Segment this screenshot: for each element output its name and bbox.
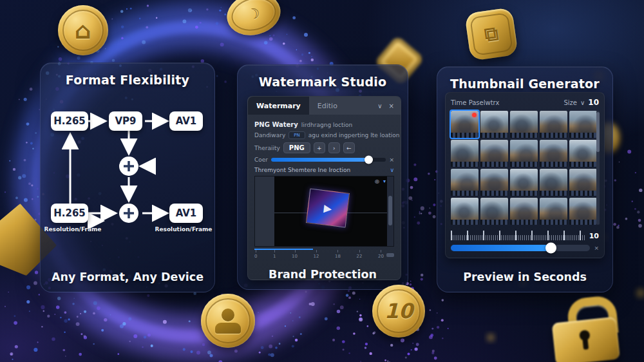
thumbnail-image	[480, 169, 508, 191]
thumbnail-cell[interactable]	[569, 169, 597, 196]
tab-edit[interactable]: Editio	[309, 97, 346, 115]
thumbnail-generator-panel: Thumbnail Generator Time Paselwtrx Size …	[437, 66, 613, 292]
grid-scrollbar-thumb[interactable]	[596, 112, 600, 152]
timeline-scrollbar-thumb[interactable]	[386, 253, 394, 257]
recording-dot-icon	[472, 113, 477, 117]
filmstrip-perforations	[451, 162, 478, 167]
thumbnail-cell[interactable]	[510, 111, 538, 138]
thumbnail-cell[interactable]	[451, 140, 478, 167]
chevron-down-icon[interactable]: ∨	[377, 102, 382, 110]
thumbnail-cell[interactable]	[510, 140, 538, 167]
size-value: 10	[588, 98, 599, 107]
thumbnail-cell[interactable]	[510, 169, 538, 196]
transparency-label: Theraiity	[254, 145, 280, 151]
png-format-button[interactable]: PNG	[283, 142, 310, 153]
slider-close-icon[interactable]: ×	[594, 245, 599, 251]
thumbnail-cell[interactable]	[451, 111, 478, 138]
filmstrip-perforations	[540, 220, 567, 225]
filmstrip-perforations	[451, 220, 478, 225]
slider-close-icon[interactable]: ×	[389, 157, 394, 163]
document-icon: ⧉	[483, 22, 500, 47]
thumbnail-cell[interactable]	[451, 169, 478, 196]
format-panel-caption: Any Format, Any Device	[41, 271, 214, 283]
timeline-tick: 1	[273, 250, 276, 259]
thumbnail-cell[interactable]	[480, 111, 508, 138]
filmstrip-perforations	[510, 191, 538, 196]
density-subtext: agu exind ingperting Ite loation	[308, 132, 400, 138]
thumbnail-panel-title: Thumbnail Generator	[437, 77, 612, 91]
person-icon	[215, 309, 241, 334]
close-icon[interactable]: ×	[389, 102, 394, 110]
thumbnail-image	[451, 169, 478, 191]
filmstrip-perforations	[510, 133, 538, 138]
filmstrip-perforations	[540, 133, 567, 138]
thumbnail-cell[interactable]	[480, 169, 508, 196]
thumbnail-image	[569, 169, 597, 191]
thumbnail-panel-caption: Preview in Seconds	[437, 271, 612, 283]
size-chevron-icon[interactable]: ∨	[580, 99, 585, 106]
video-preview-area[interactable]: ▶ ◎ ▾	[254, 176, 394, 247]
visibility-icon[interactable]: ◎	[375, 178, 379, 184]
timeline-tick: 20	[378, 250, 384, 259]
filmstrip-perforations	[480, 220, 508, 225]
thumbnail-cell[interactable]	[480, 198, 508, 225]
thumbnail-cell[interactable]	[569, 140, 597, 167]
resolution-frame-label-left: Resolution/Frame	[41, 226, 105, 233]
count-slider-row: ×	[451, 245, 599, 251]
thumbnail-cell[interactable]	[540, 111, 567, 138]
thumbnail-cell[interactable]	[480, 140, 508, 167]
filmstrip-perforations	[540, 162, 567, 167]
forward-button[interactable]: ›	[328, 142, 340, 153]
thumbnail-cell[interactable]	[451, 198, 478, 225]
preview-chevron-icon[interactable]: ▾	[383, 178, 386, 184]
codec-node-av1-bottom: AV1	[169, 204, 203, 223]
opacity-slider[interactable]	[271, 158, 386, 162]
filmstrip-perforations	[569, 220, 597, 225]
timeline-tick: 10	[292, 250, 298, 259]
back-button[interactable]: ←	[343, 142, 355, 153]
thumbnail-image	[569, 198, 597, 220]
timeline-tick: 18	[335, 250, 341, 259]
add-button[interactable]: +	[314, 142, 325, 153]
section-chevron-icon[interactable]: ∨	[390, 167, 394, 173]
tab-watermark[interactable]: Watermary	[248, 97, 309, 115]
png-watermark-subtext: lirdhragng loction	[301, 122, 352, 128]
thumbnail-image	[540, 169, 567, 191]
watermark-studio-panel: Watermark Studio Watermary Editio ∨ × PN…	[237, 64, 408, 290]
size-label: Size	[564, 99, 577, 106]
filmstrip-perforations	[480, 191, 508, 196]
count-slider-knob[interactable]	[545, 243, 556, 254]
preview-scrollbar-track[interactable]	[387, 176, 393, 246]
thumbnail-image	[480, 198, 508, 220]
thumbnail-cell[interactable]	[540, 169, 567, 196]
thumbnail-cell[interactable]	[569, 111, 597, 138]
preview-scrollbar-thumb[interactable]	[388, 196, 392, 225]
gold-coin-home-icon: ⌂	[58, 5, 108, 55]
play-icon[interactable]: ▶	[323, 202, 333, 214]
opacity-slider-knob[interactable]	[365, 156, 373, 164]
ruler-ticks	[451, 231, 585, 240]
grid-scrollbar-track[interactable]	[596, 111, 600, 225]
thumbnail-image	[510, 169, 538, 191]
thumbnail-cell[interactable]	[540, 198, 567, 225]
count-slider[interactable]	[451, 245, 590, 251]
thumbnail-cell[interactable]	[569, 198, 597, 225]
filmstrip-perforations	[569, 191, 597, 196]
thumbnail-image	[540, 140, 567, 162]
density-toggle-button[interactable]: PN	[289, 131, 305, 139]
thumbnail-image	[540, 198, 567, 220]
home-icon: ⌂	[75, 17, 91, 44]
thumbnail-cell[interactable]	[510, 198, 538, 225]
thumbnail-image	[569, 140, 597, 162]
coin-ten-value: 10	[384, 299, 413, 323]
thumbnail-grid	[451, 111, 597, 225]
timeline[interactable]: 0 1 10 12 18 22 20	[254, 248, 394, 262]
png-watermark-heading: PNG Watery	[254, 121, 298, 128]
thumbnail-cell[interactable]	[540, 140, 567, 167]
thumbnail-image	[510, 111, 538, 133]
timeline-tick: 12	[314, 250, 319, 259]
codec-flowchart: H.265 VP9 AV1 H.265 AV1 Resolution/Frame…	[41, 99, 214, 240]
preview-section-label: Thremyont Shemtere Ine Iroction	[254, 167, 350, 173]
ruler-value: 10	[589, 232, 599, 240]
watermark-preview-thumbnail[interactable]: ▶	[306, 188, 350, 227]
